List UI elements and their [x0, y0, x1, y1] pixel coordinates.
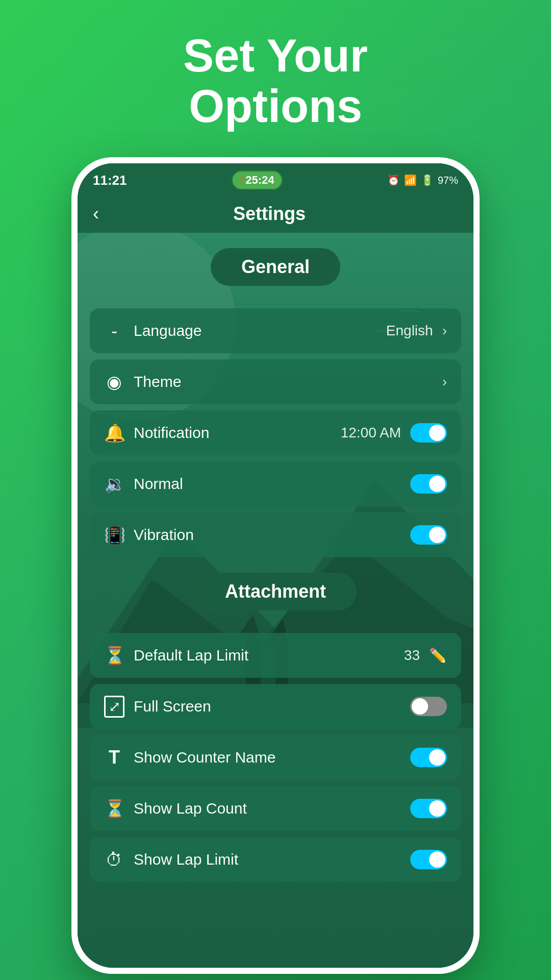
status-timer-pill: 25:24: [232, 170, 283, 190]
row-show-counter-name[interactable]: T Show Counter Name: [90, 735, 461, 780]
row-notification[interactable]: 🔔 Notification 12:00 AM: [90, 410, 461, 455]
notification-icon: 🔔: [104, 423, 124, 443]
row-default-lap-limit[interactable]: ⏳ Default Lap Limit 33 ✏️: [90, 633, 461, 678]
row-language[interactable]: ֊ Language English ›: [90, 308, 461, 353]
app-header: ‹ Settings: [78, 195, 473, 233]
theme-arrow: ›: [442, 374, 447, 390]
theme-label: Theme: [134, 373, 433, 390]
language-icon: ֊: [104, 321, 124, 341]
counter-name-toggle[interactable]: [410, 748, 447, 767]
phone-inner: 11:21 25:24 ⏰ 📶 🔋 97% ‹ Settings: [78, 163, 473, 968]
counter-name-label: Show Counter Name: [134, 749, 401, 766]
row-full-screen[interactable]: ⤢ Full Screen: [90, 684, 461, 729]
notification-toggle[interactable]: [410, 423, 447, 443]
vibration-toggle[interactable]: [410, 525, 447, 545]
row-vibration[interactable]: 📳 Vibration: [90, 512, 461, 557]
language-value: English: [386, 323, 433, 339]
full-screen-toggle[interactable]: [410, 697, 447, 716]
row-show-lap-count[interactable]: ⏳ Show Lap Count: [90, 786, 461, 831]
lap-limit2-label: Show Lap Limit: [134, 851, 401, 868]
alarm-icon: ⏰: [387, 174, 400, 186]
content-area: General ֊ Language English › ◉ Theme ›: [78, 233, 473, 968]
lap-count-toggle[interactable]: [410, 799, 447, 818]
lap-limit-icon: ⏳: [104, 645, 124, 666]
full-screen-label: Full Screen: [134, 698, 401, 715]
vibration-icon: 📳: [104, 525, 124, 545]
full-screen-icon: ⤢: [104, 696, 124, 718]
battery-percent: 97%: [438, 175, 458, 186]
general-pill: General: [211, 248, 340, 286]
lap-count-label: Show Lap Count: [134, 800, 401, 817]
notification-label: Notification: [134, 424, 332, 442]
notification-value: 12:00 AM: [341, 425, 401, 441]
row-theme[interactable]: ◉ Theme ›: [90, 359, 461, 404]
status-bar: 11:21 25:24 ⏰ 📶 🔋 97%: [78, 163, 473, 195]
lap-limit-edit-icon[interactable]: ✏️: [429, 647, 447, 664]
normal-icon: 🔉: [104, 474, 124, 494]
general-section-header: General: [90, 243, 461, 298]
status-icons: ⏰ 📶 🔋 97%: [387, 174, 458, 186]
theme-icon: ◉: [104, 372, 124, 392]
back-button[interactable]: ‹: [93, 203, 99, 225]
phone-wrapper: 11:21 25:24 ⏰ 📶 🔋 97% ‹ Settings: [71, 157, 480, 974]
row-show-lap-limit[interactable]: ⏱ Show Lap Limit: [90, 837, 461, 882]
vibration-label: Vibration: [134, 526, 401, 544]
language-arrow: ›: [442, 323, 447, 339]
attachment-section-header: Attachment: [90, 568, 461, 623]
normal-toggle[interactable]: [410, 474, 447, 494]
language-label: Language: [134, 322, 377, 339]
attachment-pill: Attachment: [194, 573, 357, 610]
page-title: Set Your Options: [183, 31, 368, 132]
lap-limit-value: 33: [404, 647, 420, 664]
settings-title: Settings: [109, 203, 430, 225]
wifi-icon: 📶: [404, 174, 417, 186]
lap-limit-label: Default Lap Limit: [134, 647, 395, 664]
row-normal[interactable]: 🔉 Normal: [90, 461, 461, 506]
lap-limit2-icon: ⏱: [104, 850, 124, 870]
normal-label: Normal: [134, 475, 401, 493]
counter-name-icon: T: [104, 747, 124, 768]
battery-icon: 🔋: [421, 174, 434, 186]
status-time: 11:21: [93, 173, 127, 188]
lap-count-icon: ⏳: [104, 798, 124, 819]
content-scroll: General ֊ Language English › ◉ Theme ›: [78, 233, 473, 903]
lap-limit2-toggle[interactable]: [410, 850, 447, 869]
